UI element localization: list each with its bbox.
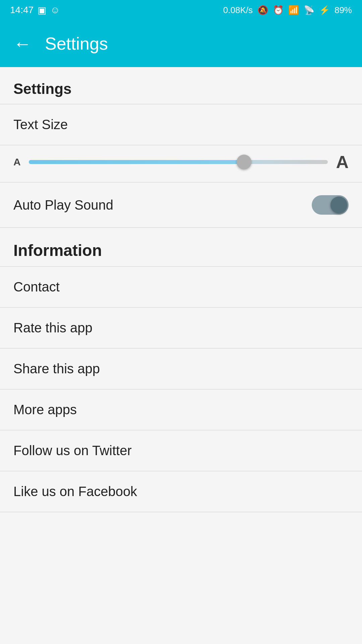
more-apps-label: More apps xyxy=(13,402,77,417)
text-size-small-a: A xyxy=(13,156,21,168)
share-app-item[interactable]: Share this app xyxy=(0,348,362,389)
slider-track[interactable] xyxy=(29,160,328,164)
settings-section-header: Settings xyxy=(0,67,362,104)
text-size-item[interactable]: Text Size xyxy=(0,104,362,145)
divider-facebook xyxy=(0,512,362,512)
slider-thumb[interactable] xyxy=(237,155,251,169)
status-time: 14:47 xyxy=(10,5,34,15)
text-size-large-a: A xyxy=(336,152,349,172)
auto-play-sound-item[interactable]: Auto Play Sound xyxy=(0,182,362,227)
app-bar-title: Settings xyxy=(45,34,108,54)
status-bar: 14:47 ▣ ☺ 0.08K/s 🔕 ⏰ 📶 📡 ⚡ 89% xyxy=(0,0,362,20)
twitter-item[interactable]: Follow us on Twitter xyxy=(0,430,362,471)
contact-label: Contact xyxy=(13,279,60,294)
auto-play-sound-label: Auto Play Sound xyxy=(13,198,113,213)
twitter-label: Follow us on Twitter xyxy=(13,443,132,458)
network-speed: 0.08K/s xyxy=(223,5,253,15)
rate-app-item[interactable]: Rate this app xyxy=(0,308,362,348)
more-apps-item[interactable]: More apps xyxy=(0,389,362,430)
toggle-knob xyxy=(330,197,347,213)
status-left: 14:47 ▣ ☺ xyxy=(10,5,60,16)
auto-play-sound-toggle[interactable] xyxy=(312,195,349,215)
settings-content: Settings Text Size A A Auto Play Sound I… xyxy=(0,67,362,512)
battery-percent: 89% xyxy=(335,5,352,15)
text-size-slider-row: A A xyxy=(0,145,362,182)
status-icon-2: ☺ xyxy=(50,5,60,15)
contact-item[interactable]: Contact xyxy=(0,267,362,307)
back-button[interactable]: ← xyxy=(13,35,32,53)
text-size-slider-container[interactable] xyxy=(29,152,328,172)
information-section-header: Information xyxy=(0,228,362,266)
status-right: 0.08K/s 🔕 ⏰ 📶 📡 ⚡ 89% xyxy=(223,5,352,15)
signal-icon: 📡 xyxy=(304,5,314,15)
facebook-label: Like us on Facebook xyxy=(13,484,137,499)
mute-icon: 🔕 xyxy=(257,5,268,15)
slider-filled xyxy=(29,160,244,164)
wifi-icon: 📶 xyxy=(288,5,299,15)
status-icon-1: ▣ xyxy=(38,5,46,16)
app-bar: ← Settings xyxy=(0,20,362,67)
share-app-label: Share this app xyxy=(13,361,100,376)
facebook-item[interactable]: Like us on Facebook xyxy=(0,471,362,512)
text-size-label: Text Size xyxy=(13,117,68,132)
rate-app-label: Rate this app xyxy=(13,320,93,335)
charging-icon: ⚡ xyxy=(319,5,330,15)
alarm-icon: ⏰ xyxy=(273,5,284,15)
